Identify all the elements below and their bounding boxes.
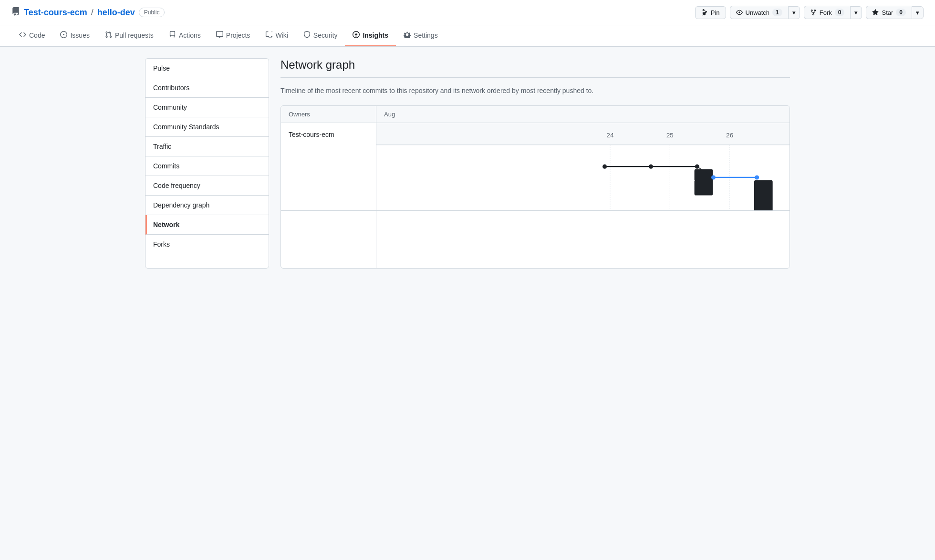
- tab-insights[interactable]: Insights: [345, 25, 396, 46]
- empty-graph-cell: [376, 211, 790, 268]
- empty-owner-cell: [281, 211, 376, 268]
- sidebar-label-traffic: Traffic: [153, 143, 171, 150]
- tab-insights-label: Insights: [363, 31, 388, 39]
- sidebar-item-pulse[interactable]: Pulse: [145, 59, 269, 78]
- owner-name: Test-cours-ecm: [289, 131, 334, 138]
- svg-rect-12: [695, 169, 713, 196]
- visibility-badge: Public: [139, 8, 165, 17]
- sidebar-item-network[interactable]: Network: [145, 215, 269, 235]
- sidebar-item-community[interactable]: Community: [145, 98, 269, 117]
- tab-security[interactable]: Security: [296, 25, 345, 46]
- pull-requests-icon: [105, 31, 112, 40]
- sidebar-label-commits: Commits: [153, 162, 179, 170]
- network-graph-table: Owners Aug Test-cours-ecm: [280, 105, 790, 268]
- pin-button[interactable]: Pin: [695, 6, 726, 19]
- sidebar-item-code-frequency[interactable]: Code frequency: [145, 176, 269, 196]
- network-data-row-0: Test-cours-ecm 24: [281, 123, 790, 210]
- tab-settings[interactable]: Settings: [396, 25, 446, 46]
- unwatch-label: Unwatch: [746, 9, 770, 16]
- title-divider: [280, 77, 790, 78]
- repo-icon: [11, 7, 20, 18]
- fork-group: Fork 0 ▾: [804, 6, 862, 19]
- fork-count: 0: [835, 9, 845, 16]
- tab-code-label: Code: [29, 31, 45, 39]
- sidebar-label-code-frequency: Code frequency: [153, 182, 200, 189]
- sidebar-item-commits[interactable]: Commits: [145, 156, 269, 176]
- tab-security-label: Security: [313, 31, 338, 39]
- tab-wiki[interactable]: Wiki: [258, 25, 295, 46]
- top-header: Test-cours-ecm / hello-dev Public Pin Un…: [0, 0, 935, 25]
- unwatch-count: 1: [772, 9, 782, 16]
- graph-cell: 24 25 26 main: [376, 123, 790, 210]
- sidebar-label-dependency-graph: Dependency graph: [153, 201, 209, 209]
- svg-text:main: main: [689, 173, 696, 186]
- repo-owner-link[interactable]: Test-cours-ecm: [24, 8, 87, 18]
- network-svg: 24 25 26 main: [376, 123, 790, 210]
- fork-label: Fork: [820, 9, 832, 16]
- owners-header: Owners: [281, 106, 376, 123]
- content-area: Network graph Timeline of the most recen…: [280, 58, 790, 269]
- months-header: Aug: [376, 106, 790, 123]
- tab-pull-requests-label: Pull requests: [115, 31, 154, 39]
- tab-issues[interactable]: Issues: [52, 25, 97, 46]
- code-icon: [19, 31, 26, 40]
- nav-tabs: Code Issues Pull requests Actions Projec…: [0, 25, 935, 47]
- issues-icon: [60, 31, 67, 40]
- star-label: Star: [882, 9, 893, 16]
- svg-rect-18: [754, 180, 773, 210]
- repo-name-link[interactable]: hello-dev: [97, 8, 135, 18]
- pin-label: Pin: [711, 9, 720, 16]
- content-description: Timeline of the most recent commits to t…: [280, 85, 790, 96]
- repo-separator: /: [91, 8, 94, 18]
- wiki-icon: [265, 31, 272, 40]
- sidebar-label-contributors: Contributors: [153, 84, 189, 92]
- svg-point-17: [755, 176, 759, 180]
- unwatch-caret[interactable]: ▾: [788, 6, 800, 19]
- security-icon: [303, 31, 311, 40]
- insights-icon: [353, 31, 360, 40]
- sidebar-label-pulse: Pulse: [153, 64, 170, 72]
- sidebar-label-forks: Forks: [153, 240, 170, 248]
- star-group: Star 0 ▾: [866, 6, 924, 19]
- tab-projects[interactable]: Projects: [208, 25, 258, 46]
- star-count: 0: [896, 9, 906, 16]
- network-header: Owners Aug: [281, 106, 790, 123]
- svg-text:24: 24: [606, 132, 614, 139]
- svg-point-16: [711, 176, 716, 180]
- star-button[interactable]: Star 0: [866, 6, 912, 19]
- svg-point-10: [649, 165, 653, 169]
- repo-title: Test-cours-ecm / hello-dev Public: [11, 7, 165, 18]
- unwatch-button[interactable]: Unwatch 1: [730, 6, 788, 19]
- tab-actions-label: Actions: [179, 31, 201, 39]
- tab-wiki-label: Wiki: [275, 31, 288, 39]
- month-label: Aug: [384, 111, 395, 118]
- sidebar-label-community: Community: [153, 104, 187, 111]
- main-layout: Pulse Contributors Community Community S…: [134, 47, 801, 280]
- tab-actions[interactable]: Actions: [161, 25, 208, 46]
- sidebar-item-community-standards[interactable]: Community Standards: [145, 117, 269, 137]
- pin-group: Pin: [695, 6, 726, 19]
- header-actions: Pin Unwatch 1 ▾ Fork 0 ▾ Star: [695, 6, 924, 19]
- svg-text:25: 25: [666, 132, 674, 139]
- svg-point-9: [603, 165, 607, 169]
- unwatch-group: Unwatch 1 ▾: [730, 6, 800, 19]
- settings-icon: [404, 31, 411, 40]
- sidebar-item-contributors[interactable]: Contributors: [145, 78, 269, 98]
- tab-issues-label: Issues: [70, 31, 89, 39]
- actions-icon: [169, 31, 176, 40]
- page-title: Network graph: [280, 58, 790, 72]
- tab-pull-requests[interactable]: Pull requests: [97, 25, 161, 46]
- fork-caret[interactable]: ▾: [850, 6, 862, 19]
- sidebar: Pulse Contributors Community Community S…: [145, 58, 269, 269]
- sidebar-item-forks[interactable]: Forks: [145, 235, 269, 254]
- network-empty-row: [281, 211, 790, 268]
- sidebar-item-traffic[interactable]: Traffic: [145, 137, 269, 156]
- sidebar-item-dependency-graph[interactable]: Dependency graph: [145, 196, 269, 215]
- star-caret[interactable]: ▾: [912, 6, 924, 19]
- svg-text:26: 26: [726, 132, 733, 139]
- owner-cell: Test-cours-ecm: [281, 123, 376, 210]
- svg-text:feature: feature: [748, 181, 754, 204]
- tab-code[interactable]: Code: [11, 25, 52, 46]
- fork-button[interactable]: Fork 0: [804, 6, 851, 19]
- sidebar-label-community-standards: Community Standards: [153, 123, 219, 131]
